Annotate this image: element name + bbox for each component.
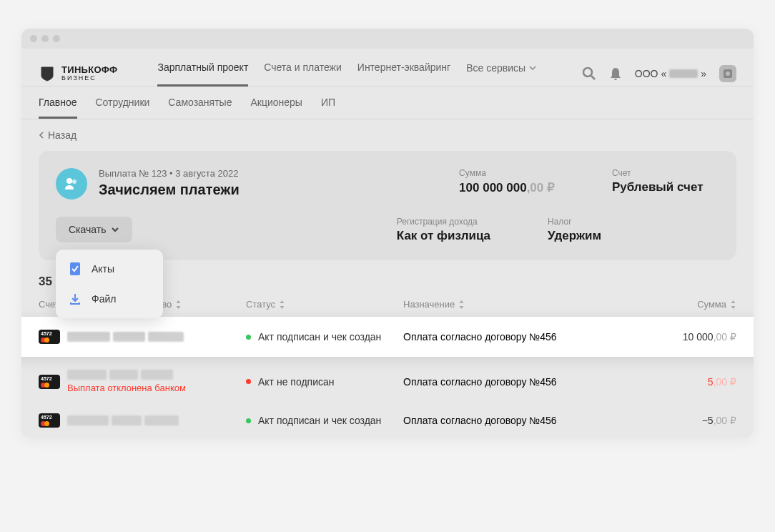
amount-dec: ,00 ₽ xyxy=(527,181,555,194)
header-right: ООО « » xyxy=(582,65,736,82)
amount-cell: 5,00 ₽ xyxy=(708,376,736,388)
reg-value: Как от физлица xyxy=(397,229,490,243)
status-text: Акт не подписан xyxy=(258,376,334,388)
card-last4: 4572 xyxy=(41,415,52,420)
table-row[interactable]: 4572 Выплата отклонена банком Акт не под… xyxy=(21,360,754,403)
window-dot[interactable] xyxy=(30,35,37,42)
main-nav-item-acquiring[interactable]: Интернет-эквайринг xyxy=(357,61,450,86)
all-services-label: Все сервисы xyxy=(466,62,525,74)
card-badge: 4572 xyxy=(39,375,60,389)
window-titlebar xyxy=(21,29,754,49)
payout-title: Зачисляем платежи xyxy=(99,182,448,198)
employee-name-redacted xyxy=(67,415,179,425)
account-label: Счет xyxy=(612,168,719,178)
notifications-button[interactable] xyxy=(609,66,622,81)
amount-int: 100 000 000 xyxy=(459,181,527,194)
row-amount-dec: ,00 ₽ xyxy=(714,331,736,343)
sort-icon xyxy=(175,300,182,309)
chevron-down-icon xyxy=(529,66,536,70)
org-prefix: ООО « xyxy=(635,68,666,79)
purpose-cell: Оплата согласно договору №456 xyxy=(403,415,643,426)
account-value: Рублевый счет xyxy=(612,180,719,194)
sub-nav-ip[interactable]: ИП xyxy=(321,97,335,119)
chevron-down-icon xyxy=(111,227,119,232)
purpose-cell: Оплата согласно договору №456 xyxy=(403,376,643,388)
sub-nav-selfemployed[interactable]: Самозанятые xyxy=(168,97,232,119)
main-nav-item-accounts[interactable]: Счета и платежи xyxy=(264,61,342,86)
org-suffix: » xyxy=(701,68,706,79)
download-button[interactable]: Скачать xyxy=(56,217,132,242)
download-menu: Акты Файл xyxy=(56,250,163,318)
tax-label: Налог xyxy=(548,217,655,227)
sort-icon xyxy=(279,300,285,309)
amount-label: Сумма xyxy=(459,168,555,178)
lock-badge[interactable] xyxy=(719,65,736,82)
org-selector[interactable]: ООО « » xyxy=(635,68,706,79)
back-label: Назад xyxy=(48,129,76,141)
status-text: Акт подписан и чек создан xyxy=(258,415,381,426)
bell-icon xyxy=(609,66,622,81)
employee-name-redacted xyxy=(67,370,186,380)
svg-point-6 xyxy=(72,179,76,184)
card-last4: 4572 xyxy=(41,331,52,336)
card-badge: 4572 xyxy=(39,413,60,428)
amount-cell: 10 000,00 ₽ xyxy=(683,331,736,343)
th-status-label: Статус xyxy=(246,299,275,310)
org-name-redacted xyxy=(669,69,698,78)
chevron-left-icon xyxy=(39,132,44,139)
logo-text-sub: БИЗНЕС xyxy=(61,75,117,82)
sub-nav-shareholders[interactable]: Акционеры xyxy=(250,97,302,119)
main-nav-item-payroll[interactable]: Зарплатный проект xyxy=(157,61,248,87)
download-label: Скачать xyxy=(69,224,107,235)
people-icon xyxy=(63,175,80,192)
app-window: ТИНЬКОФФ БИЗНЕС Зарплатный проект Счета … xyxy=(21,29,754,438)
row-amount-int: 5 xyxy=(708,376,714,388)
status-dot-icon xyxy=(246,418,251,423)
main-nav-item-all-services[interactable]: Все сервисы xyxy=(466,61,536,86)
sub-nav: Главное Сотрудники Самозанятые Акционеры… xyxy=(21,87,754,119)
main-header: ТИНЬКОФФ БИЗНЕС Зарплатный проект Счета … xyxy=(21,49,754,86)
menu-item-label: Файл xyxy=(92,293,116,305)
employee-name-redacted xyxy=(67,332,184,342)
search-icon xyxy=(582,66,596,81)
row-error: Выплата отклонена банком xyxy=(67,383,186,393)
card-badge: 4572 xyxy=(39,330,60,344)
row-amount-dec: ,00 ₽ xyxy=(714,376,736,388)
menu-item-file[interactable]: Файл xyxy=(56,284,163,314)
table-row[interactable]: 4572 Акт подписан и чек создан Оплата со… xyxy=(21,403,754,438)
download-file-icon xyxy=(67,291,83,307)
tax-value: Удержим xyxy=(548,229,655,243)
row-amount-dec: ,00 ₽ xyxy=(714,415,736,426)
th-amount[interactable]: Сумма xyxy=(643,299,736,310)
status-cell: Акт подписан и чек создан xyxy=(246,415,381,426)
payout-avatar xyxy=(56,168,87,200)
sub-nav-main[interactable]: Главное xyxy=(39,97,77,119)
status-cell: Акт подписан и чек создан xyxy=(246,331,381,343)
row-amount-int: 10 000 xyxy=(683,331,714,343)
th-purpose-label: Назначение xyxy=(403,299,455,310)
window-dot[interactable] xyxy=(53,35,60,42)
sort-icon xyxy=(458,300,465,309)
th-status[interactable]: Статус xyxy=(246,299,403,310)
back-link[interactable]: Назад xyxy=(21,119,754,151)
svg-line-2 xyxy=(591,76,595,79)
sub-nav-employees[interactable]: Сотрудники xyxy=(96,97,150,119)
row-amount-int: −5 xyxy=(702,415,714,426)
table-row[interactable]: 4572 Акт подписан и чек создан Оплата со… xyxy=(21,317,754,357)
document-check-icon xyxy=(67,261,83,277)
logo-icon xyxy=(39,65,56,82)
main-nav: Зарплатный проект Счета и платежи Интерн… xyxy=(157,61,536,86)
window-dot[interactable] xyxy=(41,35,49,42)
th-purpose[interactable]: Назначение xyxy=(403,299,643,310)
svg-point-4 xyxy=(726,72,730,76)
safe-icon xyxy=(722,68,734,79)
logo[interactable]: ТИНЬКОФФ БИЗНЕС xyxy=(39,65,117,82)
status-cell: Акт не подписан xyxy=(246,376,334,388)
payout-meta: Выплата № 123 • 3 августа 2022 xyxy=(99,168,448,179)
menu-item-acts[interactable]: Акты xyxy=(56,254,163,284)
svg-point-5 xyxy=(66,178,72,184)
status-text: Акт подписан и чек создан xyxy=(258,331,381,343)
menu-item-label: Акты xyxy=(92,263,114,275)
search-button[interactable] xyxy=(582,66,596,81)
amount-value: 100 000 000,00 ₽ xyxy=(459,180,555,195)
